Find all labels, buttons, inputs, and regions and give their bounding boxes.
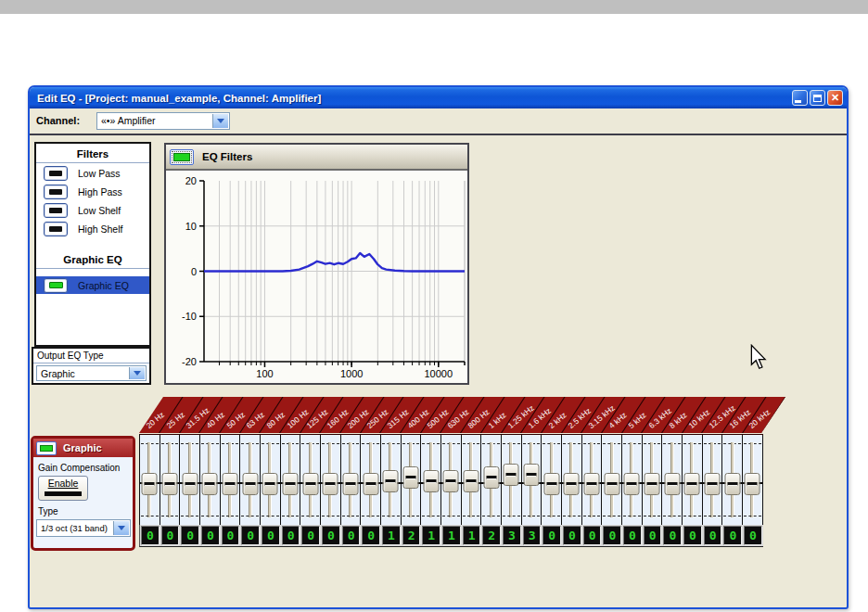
slider-thumb[interactable] xyxy=(383,470,399,492)
filter-off-icon xyxy=(49,208,62,213)
output-eq-type-box: Output EQ Type Graphic xyxy=(32,347,151,385)
band-value-display: 0 xyxy=(161,526,180,545)
slider-thumb[interactable] xyxy=(142,473,158,495)
minimize-button[interactable] xyxy=(792,90,808,106)
slider-column xyxy=(662,435,683,525)
graphic-eq-section-title: Graphic EQ xyxy=(36,249,149,269)
eq-filters-header: EQ Filters xyxy=(166,145,467,171)
window-title: Edit EQ - [Project: manual_example, Chan… xyxy=(30,93,321,104)
channel-selected-value: «•» Amplifier xyxy=(97,113,229,126)
slider-column xyxy=(683,435,703,525)
slider-thumb[interactable] xyxy=(363,473,378,495)
slider-thumb[interactable] xyxy=(283,473,299,495)
output-eq-type-select[interactable]: Graphic xyxy=(36,365,147,381)
slider-column xyxy=(361,435,381,525)
slider-column xyxy=(481,435,502,525)
mouse-cursor xyxy=(749,344,768,370)
enable-state-bar xyxy=(45,491,82,496)
slider-thumb[interactable] xyxy=(323,473,338,495)
graphic-enable-toggle[interactable] xyxy=(36,441,57,455)
slider-thumb[interactable] xyxy=(564,473,580,495)
slider-column xyxy=(160,435,181,525)
channel-select[interactable]: «•» Amplifier xyxy=(96,112,230,130)
slider-thumb[interactable] xyxy=(504,464,519,486)
filter-toggle-button[interactable] xyxy=(44,166,68,181)
band-value-display: 2 xyxy=(402,526,421,545)
filter-row[interactable]: High Shelf xyxy=(36,220,149,237)
band-value-display: 0 xyxy=(141,526,160,545)
graphic-eq-led-button[interactable] xyxy=(44,278,68,293)
slider-column xyxy=(622,435,643,525)
slider-column xyxy=(140,435,160,525)
filter-row[interactable]: High Pass xyxy=(36,183,149,200)
close-button[interactable]: ✕ xyxy=(827,90,843,106)
slider-thumb[interactable] xyxy=(302,473,318,495)
filter-toggle-button[interactable] xyxy=(44,185,68,199)
eq-filters-enable-toggle[interactable] xyxy=(170,149,194,165)
band-value-display: 0 xyxy=(644,526,662,545)
slider-thumb[interactable] xyxy=(443,470,459,492)
slider-thumb[interactable] xyxy=(343,473,359,495)
graphic-eq-item-label: Graphic EQ xyxy=(78,280,129,291)
slider-thumb[interactable] xyxy=(403,466,419,489)
slider-thumb[interactable] xyxy=(162,473,178,495)
band-value-display: 0 xyxy=(322,526,340,545)
slider-column xyxy=(643,435,663,525)
slider-thumb[interactable] xyxy=(483,466,499,489)
slider-thumb[interactable] xyxy=(202,473,218,495)
gain-compensation-enable-button[interactable]: Enable xyxy=(38,476,88,501)
slider-thumb[interactable] xyxy=(584,473,600,495)
slider-column xyxy=(462,435,482,525)
band-value-display: 0 xyxy=(201,526,220,545)
band-value-display: 0 xyxy=(542,526,561,545)
filter-row[interactable]: Low Shelf xyxy=(36,201,149,219)
filter-off-icon xyxy=(49,171,62,176)
svg-text:10: 10 xyxy=(185,221,197,232)
slider-column xyxy=(240,435,261,525)
output-eq-type-label: Output EQ Type xyxy=(33,349,149,363)
filter-row[interactable]: Low Pass xyxy=(36,164,149,182)
titlebar[interactable]: Edit EQ - [Project: manual_example, Chan… xyxy=(30,87,847,108)
slider-thumb[interactable] xyxy=(543,473,559,495)
chevron-down-icon[interactable] xyxy=(113,521,129,535)
slider-thumb[interactable] xyxy=(664,473,680,495)
slider-thumb[interactable] xyxy=(423,470,439,492)
slider-thumb[interactable] xyxy=(464,470,479,492)
slider-thumb[interactable] xyxy=(724,473,740,495)
band-value-display: 3 xyxy=(523,526,542,545)
slider-thumb[interactable] xyxy=(262,473,278,495)
slider-thumb[interactable] xyxy=(604,473,619,495)
band-value-display: 0 xyxy=(583,526,602,545)
chevron-down-icon[interactable] xyxy=(129,367,145,379)
type-label: Type xyxy=(38,506,133,516)
slider-column xyxy=(502,435,522,525)
band-value-display: 3 xyxy=(503,526,521,545)
slider-column xyxy=(542,435,562,525)
graphic-eq-item[interactable]: Graphic EQ xyxy=(36,276,149,294)
gain-compensation-label: Gain Compensation xyxy=(38,463,133,473)
slider-thumb[interactable] xyxy=(223,473,238,495)
svg-text:10000: 10000 xyxy=(425,368,453,379)
band-frequency-label: 500 Hz xyxy=(426,407,451,430)
filter-toggle-button[interactable] xyxy=(44,222,68,236)
band-frequency-label: 20 kHz xyxy=(747,407,772,430)
slider-thumb[interactable] xyxy=(624,473,640,495)
maximize-button[interactable] xyxy=(810,90,825,106)
band-value-display: 1 xyxy=(442,526,461,545)
band-value-display: 0 xyxy=(342,526,361,545)
band-frequency-label: 800 Hz xyxy=(466,407,491,430)
eq-filters-title: EQ Filters xyxy=(202,151,252,162)
slider-thumb[interactable] xyxy=(745,473,760,495)
eq-type-select[interactable]: 1/3 oct (31 band) xyxy=(36,519,131,537)
slider-thumb[interactable] xyxy=(645,473,660,495)
slider-thumb[interactable] xyxy=(182,473,198,495)
slider-column xyxy=(402,435,422,525)
slider-thumb[interactable] xyxy=(684,473,700,495)
filter-toggle-button[interactable] xyxy=(44,203,68,218)
slider-thumb[interactable] xyxy=(524,464,540,486)
svg-text:-10: -10 xyxy=(182,311,197,322)
slider-thumb[interactable] xyxy=(242,473,258,495)
slider-thumb[interactable] xyxy=(705,473,721,495)
chevron-down-icon[interactable] xyxy=(212,114,228,128)
band-value-display: 0 xyxy=(603,526,621,545)
